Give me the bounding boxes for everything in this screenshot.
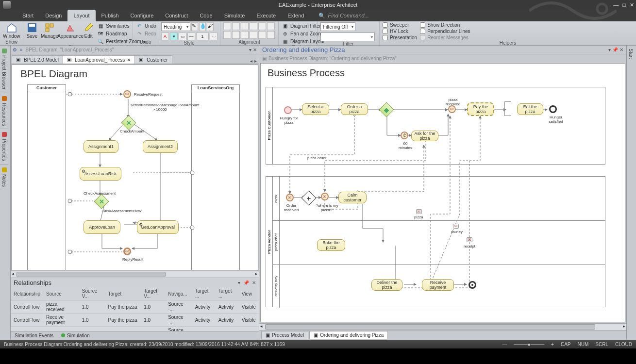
table-row[interactable]: ControlFlowReceive payment1.0Pay the piz… bbox=[11, 314, 259, 327]
save-button[interactable]: Save bbox=[26, 22, 38, 39]
business-process-canvas[interactable]: Business Process Pizza Customer Pizza ve… bbox=[260, 63, 625, 322]
hvlock-checkbox[interactable]: HV Lock bbox=[383, 29, 417, 34]
edit-button[interactable]: Edit bbox=[83, 22, 94, 39]
ask-pizza-task[interactable]: Ask for the pizza bbox=[411, 131, 438, 141]
menu-configure[interactable]: Configure bbox=[125, 10, 160, 21]
deliver-pizza-task[interactable]: Deliver the pizza bbox=[371, 279, 402, 291]
style-brush-icon[interactable]: 🖌 bbox=[207, 22, 214, 31]
style-pick-icon[interactable]: 💧 bbox=[199, 22, 206, 31]
rel-col[interactable]: View bbox=[239, 287, 259, 300]
window-button[interactable]: Window bbox=[3, 22, 20, 39]
rel-col[interactable]: Source V... bbox=[79, 287, 105, 300]
simulation-tab[interactable]: Simulation bbox=[61, 333, 90, 338]
simulation-events-tab[interactable]: Simulation Events bbox=[15, 333, 53, 338]
table-row[interactable]: ControlFlowPay the pizza1.0Eat the pizza… bbox=[11, 327, 259, 331]
right-pin-icon[interactable]: 📌 bbox=[612, 47, 618, 52]
alignment-buttons[interactable] bbox=[223, 22, 275, 39]
rel-dropdown-icon[interactable]: ▾ bbox=[238, 280, 240, 285]
relationships-table[interactable]: RelationshipSourceSource V...TargetTarge… bbox=[11, 287, 259, 331]
zoom-out-icon[interactable]: — bbox=[502, 342, 507, 347]
rel-close-icon[interactable]: ✕ bbox=[252, 280, 256, 285]
minimize-button[interactable]: — bbox=[613, 2, 619, 8]
right-scrollbar[interactable] bbox=[259, 323, 626, 330]
manage-button[interactable]: Manage bbox=[41, 22, 58, 39]
font-color-icon[interactable]: A bbox=[161, 33, 169, 40]
presentation-checkbox[interactable]: Presentation bbox=[383, 35, 417, 40]
filter-value-input[interactable] bbox=[320, 33, 375, 41]
assignment1-task[interactable]: Assignment1 bbox=[84, 140, 118, 153]
assess-loan-risk-task[interactable]: ⚙AssessLoanRisk bbox=[80, 167, 121, 181]
assignment2-task[interactable]: Assignment2 bbox=[143, 140, 178, 153]
order-pizza-task[interactable]: Order a pizza bbox=[341, 103, 368, 115]
tab-nav-right-icon[interactable]: ▸ bbox=[254, 58, 257, 64]
breadcrumb-dropdown-icon[interactable]: ▾ ✕ bbox=[249, 47, 259, 52]
rel-col[interactable]: Relationship bbox=[11, 287, 43, 300]
get-loan-approval-task[interactable]: ⚙GetLoanApproval bbox=[137, 220, 179, 234]
search-icon[interactable]: 🔍 bbox=[318, 13, 325, 19]
right-dropdown-icon[interactable]: ▾ bbox=[608, 47, 611, 52]
menu-layout[interactable]: Layout bbox=[67, 10, 95, 21]
table-row[interactable]: ControlFlowpizza received1.0Pay the pizz… bbox=[11, 300, 259, 314]
show-direction-checkbox[interactable]: Show Direction bbox=[420, 22, 470, 28]
menu-start[interactable]: Start bbox=[17, 10, 39, 21]
sidetab-project-browser[interactable]: Project Browser bbox=[0, 46, 8, 93]
rel-pin-icon[interactable]: 📌 bbox=[243, 280, 249, 285]
line-width-input[interactable]: 1 bbox=[196, 33, 209, 40]
maximize-button[interactable]: □ bbox=[622, 2, 626, 8]
line-style-icon[interactable]: — bbox=[187, 33, 195, 40]
start-page-tab[interactable]: Start bbox=[627, 46, 635, 62]
zoom-slider[interactable]: ────●──── bbox=[514, 342, 544, 347]
appearance-button[interactable]: Appearance bbox=[61, 22, 80, 39]
doctab-loanapproval-process[interactable]: ▣LoanApproval_Process ✕ bbox=[63, 55, 135, 64]
perpendicular-checkbox[interactable]: Perpendicular Lines bbox=[420, 29, 470, 34]
hungry-start-event[interactable] bbox=[284, 106, 292, 114]
receive-request-event[interactable] bbox=[123, 90, 131, 98]
timer-60min-event[interactable] bbox=[401, 132, 408, 139]
sweeper-checkbox[interactable]: Sweeper bbox=[383, 22, 417, 28]
zoom-in-icon[interactable]: + bbox=[551, 342, 554, 347]
sidetab-resources[interactable]: Resources bbox=[0, 93, 8, 130]
bottom-tab-process-model[interactable]: ▣Process Model bbox=[261, 331, 308, 339]
rel-col[interactable]: Target ... bbox=[216, 287, 239, 300]
menu-publish[interactable]: Publish bbox=[96, 10, 125, 21]
rel-col[interactable]: Source bbox=[43, 287, 79, 300]
order-received-event[interactable] bbox=[286, 194, 294, 201]
breadcrumb-arrow-icon[interactable]: » bbox=[20, 47, 23, 52]
receive-payment-task[interactable]: Receive payment bbox=[422, 279, 454, 291]
reorder-checkbox[interactable]: Reorder Messages bbox=[420, 35, 470, 40]
close-button[interactable]: ✕ bbox=[630, 2, 634, 8]
style-heading-select[interactable]: Heading bbox=[161, 22, 190, 31]
left-scrollbar[interactable] bbox=[11, 271, 259, 278]
doctab-bpel-2-0-model[interactable]: ▣BPEL 2.0 Model bbox=[12, 55, 63, 64]
bpel-canvas[interactable]: BPEL Diagram Customer LoanServicesOrg bbox=[11, 65, 258, 270]
rel-col[interactable]: Naviga... bbox=[165, 287, 192, 300]
calm-customer-task[interactable]: Calm customer bbox=[338, 192, 367, 203]
gear-icon[interactable]: ⚙ bbox=[13, 47, 17, 52]
check-assessment-gateway[interactable]: ✕ bbox=[94, 194, 109, 209]
rel-col[interactable]: Target bbox=[105, 287, 141, 300]
redo-button[interactable]: ↷Redo bbox=[136, 30, 156, 37]
pay-pizza-task[interactable]: Pay the pizza bbox=[467, 102, 494, 116]
rel-col[interactable]: Target ... bbox=[192, 287, 216, 300]
menu-design[interactable]: Design bbox=[39, 10, 67, 21]
menu-code[interactable]: Code bbox=[194, 10, 218, 21]
menu-simulate[interactable]: Simulate bbox=[218, 10, 251, 21]
filter-mode-select[interactable]: Filtering Off bbox=[320, 22, 355, 31]
sidetab-properties[interactable]: Properties bbox=[0, 129, 8, 165]
style-more-icon[interactable]: ⋯ bbox=[210, 33, 218, 40]
select-pizza-task[interactable]: Select a pizza bbox=[302, 103, 329, 115]
bake-pizza-task[interactable]: Bake the pizza bbox=[317, 239, 345, 251]
find-command-input[interactable]: Find Command... bbox=[328, 13, 368, 18]
eat-pizza-task[interactable]: Eat the pizza bbox=[517, 103, 543, 115]
check-amount-gateway[interactable]: ✕ bbox=[121, 115, 136, 130]
approve-loan-task[interactable]: ApproveLoan bbox=[84, 220, 120, 234]
menu-extend[interactable]: Extend bbox=[282, 10, 310, 21]
hunger-satisfied-end[interactable] bbox=[549, 105, 557, 113]
menu-execute[interactable]: Execute bbox=[251, 10, 282, 21]
vendor-end-event[interactable] bbox=[469, 281, 476, 289]
right-close-icon[interactable]: ✕ bbox=[619, 47, 623, 52]
pizza-received-event[interactable] bbox=[448, 105, 456, 113]
style-apply-icon[interactable]: ✎ bbox=[191, 22, 198, 31]
rel-col[interactable]: Target V... bbox=[141, 287, 165, 300]
line-color-icon[interactable]: ▭ bbox=[179, 33, 186, 40]
